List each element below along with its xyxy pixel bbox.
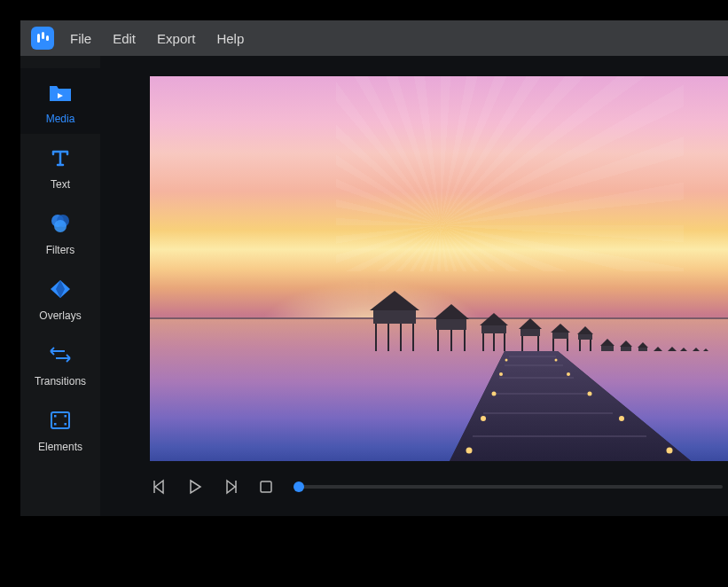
svg-rect-7: [54, 415, 57, 418]
stop-button[interactable]: [256, 477, 276, 497]
sidebar-item-label: Media: [46, 113, 75, 125]
arrows-icon: [47, 341, 74, 368]
sidebar-item-text[interactable]: Text: [20, 134, 100, 200]
svg-point-23: [588, 392, 592, 396]
main-panel: [100, 56, 728, 516]
svg-point-26: [466, 448, 473, 454]
sidebar-item-label: Overlays: [39, 309, 81, 322]
sidebar-item-transitions[interactable]: Transitions: [20, 331, 100, 396]
svg-rect-2: [46, 35, 49, 41]
svg-point-20: [499, 372, 503, 376]
text-icon: [47, 145, 74, 171]
svg-rect-0: [37, 34, 40, 43]
svg-rect-8: [54, 423, 57, 426]
diamond-icon: [47, 276, 74, 302]
folder-play-icon: [47, 79, 74, 106]
svg-point-24: [481, 416, 486, 421]
sidebar-item-label: Transitions: [35, 375, 86, 387]
svg-point-22: [492, 392, 497, 396]
sidebar: Media Text Filters Overlays: [20, 56, 100, 516]
frame-forward-button[interactable]: [221, 477, 240, 497]
playback-knob[interactable]: [294, 481, 304, 492]
menu-export[interactable]: Export: [157, 31, 195, 46]
play-button[interactable]: [185, 477, 205, 497]
sidebar-item-overlays[interactable]: Overlays: [20, 265, 100, 331]
sidebar-item-media[interactable]: Media: [20, 68, 100, 134]
frame-back-button[interactable]: [150, 477, 169, 497]
svg-point-21: [567, 372, 570, 376]
menu-file[interactable]: File: [70, 31, 91, 46]
sidebar-item-label: Text: [51, 178, 70, 191]
sidebar-item-label: Filters: [46, 244, 75, 256]
menubar: File Edit Export Help: [20, 20, 728, 56]
svg-point-18: [505, 359, 508, 362]
content-area: Media Text Filters Overlays: [20, 56, 728, 516]
sidebar-item-elements[interactable]: Elements: [20, 396, 100, 462]
sidebar-item-label: Elements: [38, 441, 82, 453]
app-window: File Edit Export Help Media Text: [20, 20, 728, 516]
sidebar-item-filters[interactable]: Filters: [20, 200, 100, 265]
svg-rect-6: [51, 412, 69, 428]
svg-point-19: [555, 359, 558, 362]
film-icon: [47, 407, 74, 434]
svg-rect-30: [261, 481, 271, 492]
svg-rect-10: [65, 423, 67, 426]
svg-rect-1: [42, 32, 44, 39]
svg-point-25: [619, 416, 624, 421]
menu-edit[interactable]: Edit: [113, 31, 136, 46]
app-logo-icon: [31, 27, 54, 50]
svg-point-27: [667, 448, 673, 454]
venn-icon: [47, 210, 74, 237]
menu-help[interactable]: Help: [216, 31, 244, 46]
svg-rect-9: [65, 415, 67, 418]
playback-controls: [150, 461, 728, 497]
svg-point-5: [54, 220, 67, 232]
video-preview[interactable]: [150, 76, 728, 461]
playback-slider[interactable]: [299, 485, 723, 489]
